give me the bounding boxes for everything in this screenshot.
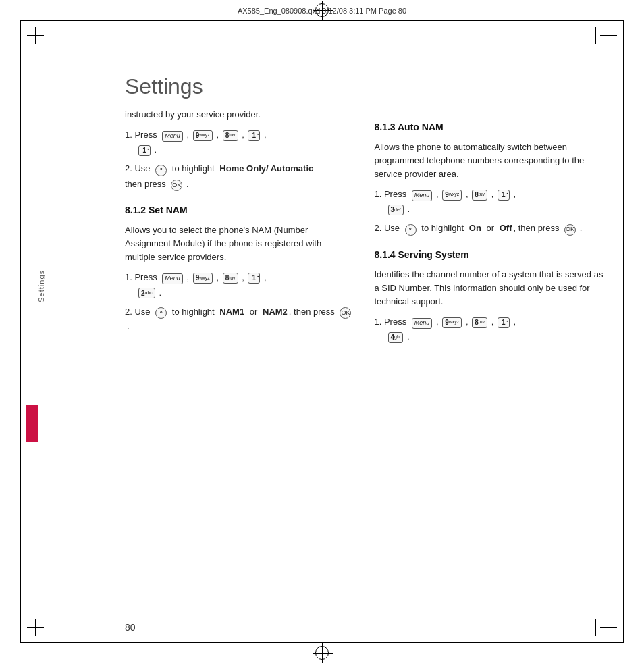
step-812-1-label: 1. Press (125, 271, 157, 284)
section-814-intro: Identifies the channel number of a syste… (375, 268, 604, 309)
step-2-text1: to highlight (172, 162, 215, 176)
step-812-1: 1. Press Menu , 9wxyz , 8tuv , 1▪ , 2abc… (125, 271, 354, 299)
main-content: instructed by your service provider. 1. … (125, 108, 603, 349)
sidebar-bar (26, 405, 38, 442)
step-812-or: or (250, 305, 258, 319)
key-ok-812: OK (340, 307, 351, 319)
key-1-813: 1▪ (498, 190, 510, 201)
key-8-813: 8tuv (472, 190, 487, 201)
step-813-1-line2: 3def . (375, 203, 604, 216)
step-813-2-text1: to highlight (421, 221, 464, 235)
key-9-813: 9wxyz (442, 190, 462, 201)
step-813-2-line: 2. Use ⚬ to highlight On or Off, then pr… (375, 221, 604, 235)
key-ok1: OK (171, 180, 182, 191)
page-title: Settings (125, 74, 203, 99)
step-2-bold: Home Only/ Automatic (219, 162, 313, 176)
step-812-2-line: 2. Use ⚬ to highlight NAM1 or NAM2, then… (125, 305, 354, 334)
step-813-1: 1. Press Menu , 9wxyz , 8tuv , 1▪ , 3def… (375, 188, 604, 216)
key-1b: 1▪ (138, 145, 151, 156)
header-text: AX585_Eng_080908.qxd 9/12/08 3:11 PM Pag… (238, 7, 406, 15)
corner-mark-bl (35, 614, 49, 628)
step-812-2-text1: to highlight (172, 305, 215, 319)
step-814-1-line2: 4ghi . (375, 330, 604, 344)
step-2-line: 2. Use ⚬ to highlight Home Only/ Automat… (125, 162, 354, 191)
two-column-layout: instructed by your service provider. 1. … (125, 108, 603, 349)
key-9: 9wxyz (193, 130, 213, 141)
page-header: AX585_Eng_080908.qxd 9/12/08 3:11 PM Pag… (41, 7, 603, 15)
step-813-then: , then press (514, 221, 560, 235)
page-number: 80 (125, 622, 136, 633)
step-1: 1. Press Menu , 9wxyz , 8tuv , 1▪ , 1▪ . (125, 128, 354, 157)
key-1-814: 1▪ (498, 317, 510, 328)
section-812-heading: 8.1.2 Set NAM (125, 203, 354, 218)
key-1-812: 1▪ (248, 273, 260, 284)
key-menu-814: Menu (412, 318, 433, 329)
section-814-heading: 8.1.4 Serving System (375, 248, 604, 263)
key-menu-813: Menu (412, 190, 433, 201)
step-1-line: 1. Press Menu , 9wxyz , 8tuv , 1▪ , (125, 128, 354, 142)
intro-text: instructed by your service provider. (125, 108, 354, 122)
key-4ghi-814: 4ghi (388, 332, 404, 343)
key-9-812: 9wxyz (193, 273, 213, 284)
key-9-814: 9wxyz (442, 317, 462, 328)
key-nav-circle-813: ⚬ (405, 224, 417, 236)
step-812-1-line: 1. Press Menu , 9wxyz , 8tuv , 1▪ , (125, 271, 354, 284)
key-1a: 1▪ (248, 130, 260, 141)
key-8-814: 8tuv (472, 317, 487, 328)
border-left (20, 20, 21, 643)
right-column: 8.1.3 Auto NAM Allows the phone to autom… (375, 108, 604, 349)
section-813-intro: Allows the phone to automatically switch… (375, 140, 604, 181)
step-813-1-line: 1. Press Menu , 9wxyz , 8tuv , 1▪ , (375, 188, 604, 201)
step-813-1-label: 1. Press (375, 188, 407, 201)
step-813-or: or (487, 221, 495, 235)
step-813-off: Off (500, 221, 512, 235)
step-812-then: , then press (289, 305, 335, 319)
key-nav-circle-812: ⚬ (155, 307, 167, 319)
step-2-label: 2. Use (125, 162, 151, 176)
left-column: instructed by your service provider. 1. … (125, 108, 354, 349)
key-8: 8tuv (223, 130, 238, 141)
corner-mark-br (595, 614, 609, 628)
step-812-2-label: 2. Use (125, 305, 151, 319)
step-1-line2: 1▪ . (125, 143, 354, 157)
key-nav-circle: ⚬ (155, 165, 167, 176)
key-menu: Menu (162, 131, 183, 142)
step-814-1-label: 1. Press (375, 315, 407, 329)
step-1-label: 1. Press (125, 128, 157, 142)
key-8-812: 8tuv (223, 273, 238, 284)
corner-mark-tr (595, 35, 609, 49)
step-812-1-line2: 2abc . (125, 286, 354, 300)
center-mark-bottom (315, 646, 329, 660)
step-813-2: 2. Use ⚬ to highlight On or Off, then pr… (375, 221, 604, 235)
step-812-nam1: NAM1 (219, 305, 244, 319)
step-814-1-line: 1. Press Menu , 9wxyz , 8tuv , 1▪ , (375, 315, 604, 329)
step-2-text2: then press (125, 178, 166, 191)
key-menu-812: Menu (162, 273, 183, 284)
section-812-intro: Allows you to select the phone's NAM (Nu… (125, 223, 354, 264)
step-812-nam2: NAM2 (263, 305, 288, 319)
border-bottom (20, 642, 624, 643)
key-ok-813: OK (564, 224, 576, 236)
corner-mark-tl (35, 35, 49, 49)
step-813-on: On (469, 221, 481, 235)
step-813-2-label: 2. Use (375, 221, 400, 235)
step-2: 2. Use ⚬ to highlight Home Only/ Automat… (125, 162, 354, 191)
border-right (623, 20, 624, 643)
sidebar-label: Settings (37, 270, 45, 302)
step-814-1: 1. Press Menu , 9wxyz , 8tuv , 1▪ , 4ghi… (375, 315, 604, 344)
section-813-heading: 8.1.3 Auto NAM (375, 120, 604, 135)
key-3def-813: 3def (388, 205, 404, 215)
step-812-2: 2. Use ⚬ to highlight NAM1 or NAM2, then… (125, 305, 354, 334)
key-2abc-812: 2abc (138, 288, 155, 298)
